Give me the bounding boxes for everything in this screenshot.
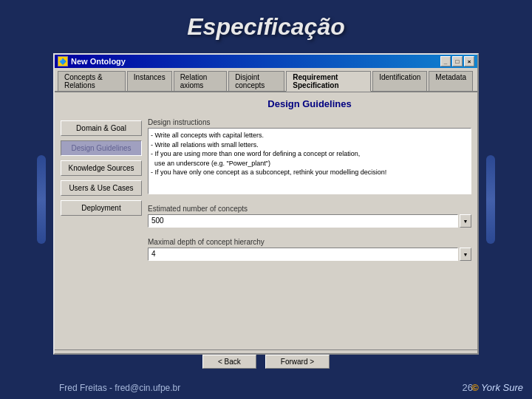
forward-button[interactable]: Forward > [265,355,330,369]
section-title: Design Guidelines [148,98,471,109]
back-button[interactable]: < Back [202,355,256,369]
tab-disjoint-concepts[interactable]: Disjoint concepts [228,71,284,91]
sidebar-btn-deployment[interactable]: Deployment [61,200,142,216]
sidebar-btn-design-guidelines[interactable]: Design Guidelines [61,140,142,156]
tab-identification[interactable]: Identification [372,71,427,91]
tab-concepts-relations[interactable]: Concepts & Relations [58,71,126,91]
window-titlebar: 🔷 New Ontology _ □ × [55,55,477,68]
sidebar: Domain & Goal Design Guidelines Knowledg… [61,98,142,344]
tab-bar: Concepts & Relations Instances Relation … [55,68,477,92]
left-decoration [37,155,46,244]
maximize-button[interactable]: □ [452,56,463,66]
window-icon: 🔷 [58,56,68,66]
tab-metadata[interactable]: Metadata [429,71,473,91]
max-depth-input[interactable]: 4 [148,248,458,261]
estimated-concepts-label: Estimated number of concepts [148,205,471,213]
slide-title: Especificação [0,13,532,41]
tab-instances[interactable]: Instances [127,71,172,91]
window-controls: _ □ × [440,56,474,66]
brand-name: York Sure [481,382,523,393]
footer-brand: © York Sure [471,382,523,393]
design-instructions-textarea[interactable]: - Write all concepts with capital letter… [148,128,471,194]
bottom-bar: < Back Forward > [55,349,477,373]
close-button[interactable]: × [464,56,474,66]
ontology-window: 🔷 New Ontology _ □ × Concepts & Relation… [53,53,479,355]
footer: Fred Freitas - fred@cin.ufpe.br 26 [0,382,532,393]
max-depth-label: Maximal depth of concept hierarchy [148,238,471,246]
estimated-concepts-group: Estimated number of concepts 500 ▼ [148,205,471,228]
estimated-concepts-dropdown[interactable]: ▼ [460,214,471,228]
sidebar-btn-knowledge-sources[interactable]: Knowledge Sources [61,160,142,176]
content-area: Domain & Goal Design Guidelines Knowledg… [55,92,477,349]
minimize-button[interactable]: _ [440,56,451,66]
tab-relation-axioms[interactable]: Relation axioms [174,71,228,91]
estimated-concepts-input[interactable]: 500 [148,214,458,228]
window-title: New Ontology [71,57,126,66]
tab-requirement-specification[interactable]: Requirement Specification [286,71,371,92]
estimated-concepts-input-row: 500 ▼ [148,214,471,228]
sidebar-btn-domain-goal[interactable]: Domain & Goal [61,120,142,136]
sidebar-btn-users-use-cases[interactable]: Users & Use Cases [61,180,142,196]
max-depth-dropdown[interactable]: ▼ [460,248,471,261]
copyright-symbol: © [471,382,479,393]
max-depth-group: Maximal depth of concept hierarchy 4 ▼ [148,238,471,261]
design-instructions-label: Design instructions [148,118,471,126]
max-depth-input-row: 4 ▼ [148,248,471,261]
design-instructions-group: Design instructions - Write all concepts… [148,118,471,194]
main-content: Design Guidelines Design instructions - … [148,98,471,344]
right-decoration [486,155,495,244]
window-container: 🔷 New Ontology _ □ × Concepts & Relation… [53,53,479,355]
footer-text: Fred Freitas - fred@cin.ufpe.br [59,383,180,393]
